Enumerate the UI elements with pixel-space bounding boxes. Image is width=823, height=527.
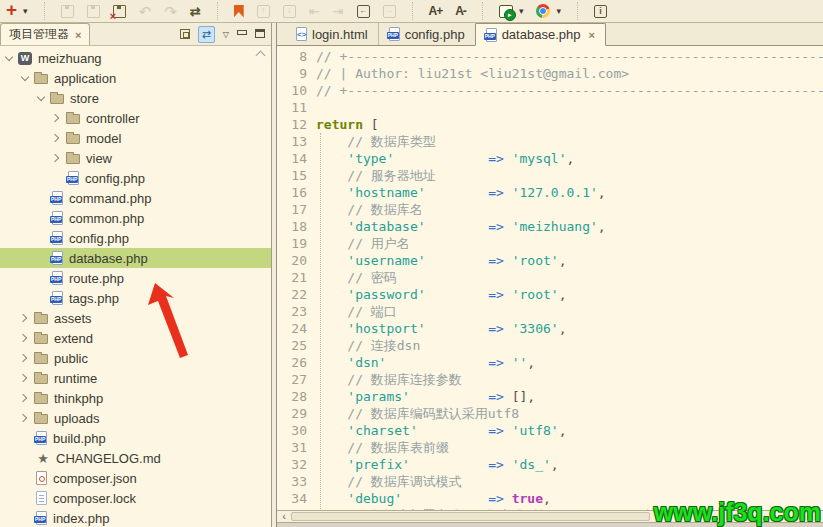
tree-row[interactable]: store [0, 88, 271, 108]
maximize-icon[interactable] [255, 29, 265, 38]
code-editor[interactable]: 8// +-----------------------------------… [277, 46, 823, 523]
tree-row[interactable]: model [0, 128, 271, 148]
last-edit-location-icon[interactable]: ← [357, 5, 370, 18]
tree-row[interactable]: config.php [0, 168, 271, 188]
toolbar-separator [44, 2, 45, 20]
minimize-icon[interactable] [237, 30, 247, 35]
new-icon[interactable]: + [6, 3, 17, 16]
export-icon[interactable]: ↓ [283, 5, 296, 18]
collapse-all-icon[interactable] [180, 29, 190, 39]
indent-guide [320, 133, 321, 519]
tree-item-label: route.php [69, 271, 124, 286]
import-icon[interactable]: ↑ [257, 5, 270, 18]
line-number: 9 [277, 65, 307, 82]
editor-tab-login.html[interactable]: login.html [286, 23, 379, 45]
php-file-icon [52, 211, 63, 225]
tree-row[interactable]: view [0, 148, 271, 168]
php-file-icon [52, 291, 63, 305]
skip-back-icon[interactable]: ⇤ [309, 5, 320, 18]
tree-item-label: meizhuang [38, 51, 102, 66]
view-menu-icon[interactable]: ▽ [223, 30, 229, 39]
explorer-view-tab[interactable]: 项目管理器 × [0, 23, 90, 45]
scroll-left-icon[interactable]: ‹ [277, 511, 291, 522]
code-line: 10// +----------------------------------… [277, 82, 823, 99]
tree-row[interactable]: command.php [0, 188, 271, 208]
chevron-right-icon[interactable] [19, 394, 27, 402]
project-explorer-panel: 项目管理器 × ⇄▽ Wmeizhuangapplicationstorecon… [0, 23, 272, 527]
chevron-right-icon[interactable] [51, 154, 59, 162]
php-file-icon [389, 27, 400, 41]
tree-item-label: application [54, 71, 116, 86]
editor-tabbar: login.htmlconfig.phpdatabase.php× [277, 23, 823, 46]
scrollbar-thumb[interactable] [291, 512, 650, 521]
chevron-right-icon[interactable] [19, 354, 27, 362]
tree-row[interactable]: application [0, 68, 271, 88]
redo-icon[interactable]: ↷ [164, 5, 177, 18]
editor-tab-database.php[interactable]: database.php× [475, 23, 606, 46]
tree-row[interactable]: composer.lock [0, 488, 271, 508]
code-text: 'debug' => true, [316, 490, 551, 507]
skip-forward-icon[interactable]: ⇥ [333, 5, 344, 18]
tree-row[interactable]: public [0, 348, 271, 368]
font-decrease-icon[interactable]: A- [455, 5, 466, 18]
tab-label: config.php [405, 27, 465, 42]
chevron-down-icon[interactable] [37, 92, 45, 100]
line-number: 29 [277, 405, 307, 422]
next-edit-icon[interactable]: ⇄ [190, 5, 201, 18]
code-text: 'type' => 'mysql', [316, 150, 574, 167]
tree-row[interactable]: thinkphp [0, 388, 271, 408]
font-increase-icon[interactable]: A+ [429, 5, 443, 18]
tree-row[interactable]: database.php [0, 248, 271, 268]
info-icon[interactable]: i [594, 5, 607, 18]
close-icon[interactable]: × [75, 29, 81, 41]
tree-row[interactable]: controller [0, 108, 271, 128]
chevron-right-icon[interactable] [51, 134, 59, 142]
link-with-editor-icon[interactable]: ⇄ [198, 26, 215, 43]
tree-row[interactable]: config.php [0, 228, 271, 248]
tree-row[interactable]: extend [0, 328, 271, 348]
editor-tab-config.php[interactable]: config.php [379, 23, 476, 45]
tree-row[interactable]: runtime [0, 368, 271, 388]
chevron-down-icon[interactable] [5, 52, 13, 60]
line-number: 32 [277, 456, 307, 473]
run-icon[interactable] [499, 5, 513, 18]
save-all-icon[interactable] [87, 5, 100, 18]
code-text: 'hostname' => '127.0.0.1', [316, 184, 606, 201]
tree-item-label: config.php [85, 171, 145, 186]
new-menu-icon[interactable]: ▾ [23, 5, 28, 18]
line-number: 20 [277, 252, 307, 269]
code-line: 27 // 数据库连接参数 [277, 371, 823, 388]
tree-row[interactable]: index.php [0, 508, 271, 527]
tree-row[interactable]: assets [0, 308, 271, 328]
tree-row[interactable]: tags.php [0, 288, 271, 308]
save-icon[interactable] [61, 5, 74, 18]
revert-icon[interactable] [113, 5, 126, 18]
tree-row[interactable]: ★CHANGELOG.md [0, 448, 271, 468]
code-line: 28 'params' => [], [277, 388, 823, 405]
chevron-right-icon[interactable] [19, 334, 27, 342]
chevron-right-icon[interactable] [19, 414, 27, 422]
tree-row[interactable]: uploads [0, 408, 271, 428]
tree-row[interactable]: build.php [0, 428, 271, 448]
bookmark-icon[interactable] [234, 5, 244, 18]
tree-row[interactable]: composer.json [0, 468, 271, 488]
open-browser-icon[interactable] [536, 4, 550, 18]
chevron-right-icon[interactable] [19, 314, 27, 322]
tree-row[interactable]: route.php [0, 268, 271, 288]
chevron-down-icon[interactable] [21, 72, 29, 80]
chevron-right-icon[interactable] [51, 114, 59, 122]
line-number: 17 [277, 201, 307, 218]
tree-row[interactable]: Wmeizhuang [0, 48, 271, 68]
line-number: 10 [277, 82, 307, 99]
line-number: 19 [277, 235, 307, 252]
code-text: // 连接dsn [316, 337, 420, 354]
code-line: 25 // 连接dsn [277, 337, 823, 354]
close-icon[interactable]: × [588, 29, 594, 41]
forward-edit-location-icon[interactable]: → [383, 5, 396, 18]
tree-row[interactable]: common.php [0, 208, 271, 228]
browser-menu-icon[interactable]: ▾ [556, 5, 561, 18]
chevron-right-icon[interactable] [19, 374, 27, 382]
run-menu-icon[interactable]: ▾ [519, 5, 524, 18]
folder-file-icon [66, 154, 80, 164]
undo-icon[interactable]: ↶ [139, 5, 152, 18]
